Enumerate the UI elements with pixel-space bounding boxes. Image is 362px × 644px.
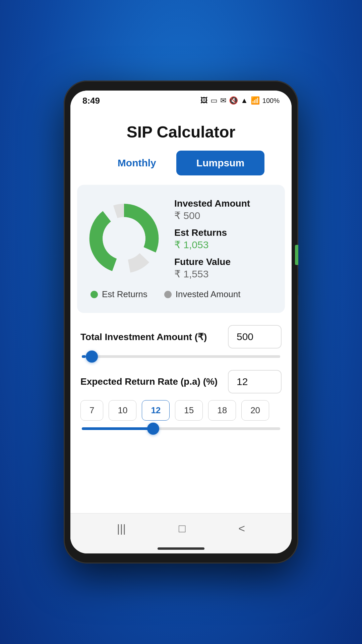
battery-icon: 100% [262, 97, 280, 105]
page-title: SIP Calculator [70, 111, 292, 151]
quick-btn-7[interactable]: 7 [80, 400, 103, 421]
investment-input[interactable]: 500 [228, 325, 282, 348]
future-label: Future Value [174, 257, 275, 267]
returns-label: Est Returns [174, 227, 275, 238]
svg-point-2 [103, 217, 145, 260]
invested-amount-block: Invested Amount ₹ 500 [174, 198, 275, 221]
sliders-section: Total Investment Amount (₹) 500 Expected… [70, 313, 292, 449]
legend-returns: Est Returns [90, 289, 147, 300]
donut-chart [87, 202, 161, 277]
nav-bar: ||| □ < [70, 513, 292, 543]
legend-dot-invested [164, 291, 172, 298]
return-rate-thumb[interactable] [147, 423, 159, 435]
quick-btn-10[interactable]: 10 [109, 400, 136, 421]
legend-dot-returns [90, 291, 98, 298]
mail-icon: ✉ [220, 96, 226, 105]
future-value-block: Future Value ₹ 1,553 [174, 257, 275, 280]
screen-icon: ▭ [210, 96, 218, 105]
signal-icon: 📶 [251, 96, 260, 105]
spacer [70, 449, 292, 513]
side-button [298, 268, 298, 295]
phone-screen: 8:49 🖼 ▭ ✉ 🔇 ▲ 📶 100% SIP Calculator Mon… [70, 91, 292, 553]
chart-legend: Est Returns Invested Amount [87, 280, 275, 303]
mute-icon: 🔇 [229, 96, 238, 105]
legend-invested-label: Invested Amount [176, 289, 241, 300]
returns-value: ₹ 1,053 [174, 239, 275, 251]
gallery-icon: 🖼 [200, 96, 208, 105]
invested-value: ₹ 500 [174, 210, 275, 221]
tab-lumpsum[interactable]: Lumpsum [176, 151, 264, 175]
nav-recent-icon[interactable]: ||| [117, 522, 126, 535]
quick-btn-18[interactable]: 18 [208, 400, 236, 421]
investment-label: Total Investment Amount (₹) [80, 331, 228, 342]
quick-btn-12[interactable]: 12 [142, 400, 170, 421]
return-rate-input-row: Expected Return Rate (p.a) (%) 12 [80, 370, 282, 393]
home-indicator [158, 547, 204, 550]
legend-returns-label: Est Returns [102, 289, 147, 300]
return-rate-slider[interactable] [80, 427, 282, 430]
wifi-icon: ▲ [241, 96, 248, 105]
returns-block: Est Returns ₹ 1,053 [174, 227, 275, 251]
chart-section: Invested Amount ₹ 500 Est Returns ₹ 1,05… [77, 185, 285, 313]
investment-track [82, 355, 280, 358]
investment-input-row: Total Investment Amount (₹) 500 [80, 325, 282, 348]
return-rate-label: Expected Return Rate (p.a) (%) [80, 376, 228, 387]
quick-select-row: 7 10 12 15 18 20 [80, 400, 282, 421]
nav-back-icon[interactable]: < [238, 522, 245, 535]
app-content: SIP Calculator Monthly Lumpsum [70, 111, 292, 553]
tab-switcher: Monthly Lumpsum [70, 151, 292, 185]
phone-shell: 8:49 🖼 ▭ ✉ 🔇 ▲ 📶 100% SIP Calculator Mon… [64, 80, 298, 564]
green-tab [295, 245, 298, 265]
bottom-indicator [70, 543, 292, 553]
investment-slider[interactable] [80, 355, 282, 358]
tab-monthly[interactable]: Monthly [98, 151, 176, 175]
return-rate-fill [82, 427, 151, 430]
investment-thumb[interactable] [86, 351, 98, 363]
quick-btn-15[interactable]: 15 [175, 400, 203, 421]
status-bar: 8:49 🖼 ▭ ✉ 🔇 ▲ 📶 100% [70, 91, 292, 111]
nav-home-icon[interactable]: □ [179, 522, 186, 535]
legend-invested: Invested Amount [164, 289, 241, 300]
chart-row: Invested Amount ₹ 500 Est Returns ₹ 1,05… [87, 198, 275, 280]
stats-column: Invested Amount ₹ 500 Est Returns ₹ 1,05… [174, 198, 275, 280]
return-rate-track [82, 427, 280, 430]
quick-btn-20[interactable]: 20 [241, 400, 269, 421]
investment-fill [82, 355, 86, 358]
status-icons: 🖼 ▭ ✉ 🔇 ▲ 📶 100% [200, 96, 280, 105]
future-value: ₹ 1,553 [174, 268, 275, 280]
return-rate-input[interactable]: 12 [228, 370, 282, 393]
invested-label: Invested Amount [174, 198, 275, 209]
status-time: 8:49 [82, 96, 100, 106]
